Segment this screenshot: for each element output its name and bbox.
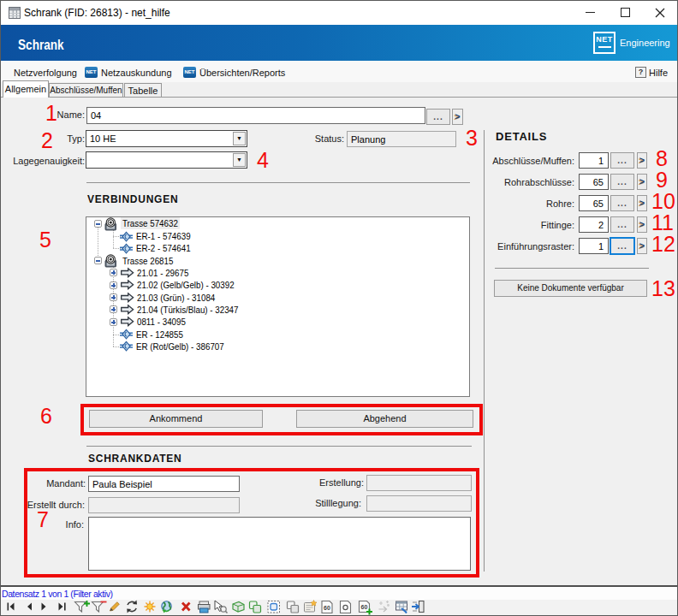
svg-text:60: 60 [361,604,368,610]
svg-text:60: 60 [324,605,330,611]
